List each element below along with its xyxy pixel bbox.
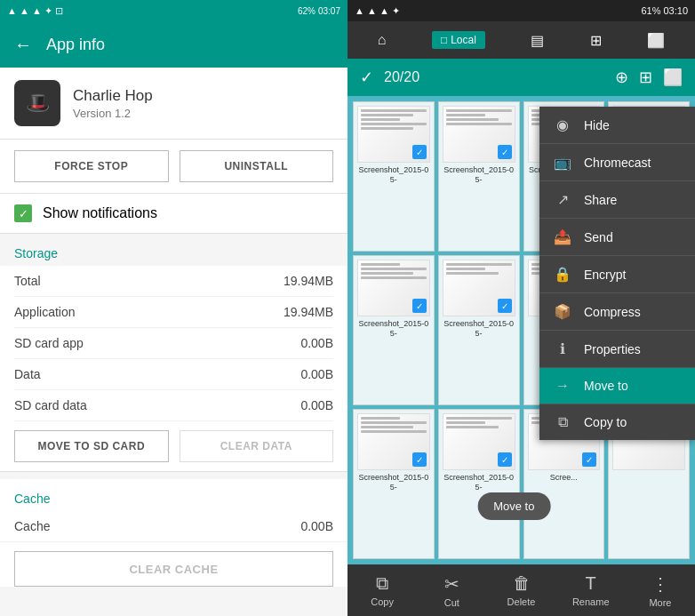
encrypt-icon: 🔒 xyxy=(554,266,571,283)
file-item[interactable]: ✓ Screenshot_2015-05- xyxy=(353,409,435,559)
file-thumbnail: ✓ xyxy=(443,413,515,470)
local-tab[interactable]: □ Local xyxy=(432,31,485,49)
storage-value-sdcard-data: 0.00B xyxy=(300,398,333,412)
app-version: Version 1.2 xyxy=(73,107,153,120)
home-icon[interactable]: ⌂ xyxy=(378,32,387,48)
copy-to-label: Copy to xyxy=(584,415,627,429)
force-stop-button[interactable]: FORCE STOP xyxy=(14,150,169,182)
selected-badge: ✓ xyxy=(498,145,512,159)
storage-label-sdcard-data: SD card data xyxy=(14,398,87,412)
move-to-icon: → xyxy=(554,378,571,394)
globe-icon[interactable]: ⊕ xyxy=(615,68,628,87)
storage-row-sdcard-app: SD card app 0.00B xyxy=(14,328,333,359)
select-box-icon[interactable]: ⬜ xyxy=(663,68,683,87)
storage-label-application: Application xyxy=(14,305,76,319)
context-menu-hide[interactable]: ◉ Hide xyxy=(539,107,695,144)
selected-badge: ✓ xyxy=(412,452,427,467)
status-right-left: 62% 03:07 xyxy=(298,6,340,16)
notifications-label: Show notifications xyxy=(43,205,157,221)
bottom-toolbar: ⧉ Copy ✂ Cut 🗑 Delete T Rename ⋮ More xyxy=(348,564,695,616)
uninstall-button[interactable]: UNINSTALL xyxy=(180,150,334,182)
context-menu-encrypt[interactable]: 🔒 Encrypt xyxy=(539,256,695,293)
file-item[interactable]: ✓ Screenshot_2015-05- xyxy=(438,255,520,405)
context-menu-compress[interactable]: 📦 Compress xyxy=(539,293,695,331)
cache-label: Cache xyxy=(14,519,50,533)
right-panel: ▲ ▲ ▲ ✦ 61% 03:10 ⌂ □ Local ▤ ⊞ ⬜ ✓ 20/2… xyxy=(348,0,695,616)
page-title: App info xyxy=(46,36,105,54)
storage-label-sdcard-app: SD card app xyxy=(14,336,84,350)
toolbar-more[interactable]: ⋮ More xyxy=(626,573,695,608)
file-name: Screenshot_2015-05- xyxy=(357,165,430,185)
status-bar-right: ▲ ▲ ▲ ✦ 61% 03:10 xyxy=(348,0,695,21)
properties-icon: ℹ xyxy=(554,340,571,357)
file-name: Screenshot_2015-05- xyxy=(443,319,515,339)
storage-value-sdcard-app: 0.00B xyxy=(300,336,333,350)
context-menu-move-to[interactable]: → Move to xyxy=(539,368,695,404)
compress-icon: 📦 xyxy=(554,303,571,320)
sd-icon[interactable]: ▤ xyxy=(531,32,544,49)
select-all-icon[interactable]: ⬜ xyxy=(647,32,665,49)
file-name: Screenshot_2015-05- xyxy=(443,473,515,492)
status-icons-right-left: ▲ ▲ ▲ ✦ xyxy=(355,5,400,17)
context-menu: ◉ Hide 📺 Chromecast ↗ Share 📤 Send 🔒 Enc… xyxy=(539,107,695,440)
storage-value-total: 19.94MB xyxy=(284,274,333,288)
hide-icon: ◉ xyxy=(554,116,571,133)
app-info-section: 🎩 Charlie Hop Version 1.2 xyxy=(0,68,348,140)
toolbar-copy[interactable]: ⧉ Copy xyxy=(348,573,417,607)
cache-section-header: Cache xyxy=(0,479,348,511)
time-left: 03:07 xyxy=(318,6,340,16)
storage-section-header: Storage xyxy=(0,234,348,266)
cache-value: 0.00B xyxy=(300,519,333,533)
rename-label: Rename xyxy=(572,596,610,607)
copy-label: Copy xyxy=(371,596,394,607)
notifications-checkbox[interactable]: ✓ xyxy=(14,204,32,222)
notifications-row[interactable]: ✓ Show notifications xyxy=(0,194,348,234)
storage-label-data: Data xyxy=(14,367,41,381)
battery-right: 61% xyxy=(641,5,660,16)
more-icon: ⋮ xyxy=(651,573,669,595)
context-menu-copy-to[interactable]: ⧉ Copy to xyxy=(539,404,695,440)
file-thumbnail: ✓ xyxy=(357,413,430,470)
toolbar-delete[interactable]: 🗑 Delete xyxy=(486,573,555,607)
left-panel: ▲ ▲ ▲ ✦ ⊡ 62% 03:07 ← App info 🎩 Charlie… xyxy=(0,0,348,616)
file-item[interactable]: ✓ Screenshot_2015-05- xyxy=(353,101,435,252)
grid-icon[interactable]: ⊞ xyxy=(639,68,652,87)
file-thumbnail: ✓ xyxy=(357,260,430,316)
file-item[interactable]: ✓ Screenshot_2015-05- xyxy=(438,409,520,559)
storage-row-application: Application 19.94MB xyxy=(14,297,333,328)
clear-data-button[interactable]: CLEAR DATA xyxy=(180,430,334,462)
context-menu-chromecast[interactable]: 📺 Chromecast xyxy=(539,144,695,181)
toolbar-cut[interactable]: ✂ Cut xyxy=(417,573,486,608)
move-to-sd-card-button[interactable]: MOVE TO SD CARD xyxy=(14,430,169,462)
more-label: More xyxy=(649,597,671,608)
app-name: Charlie Hop xyxy=(73,87,153,105)
move-to-label: Move to xyxy=(584,379,628,393)
back-button[interactable]: ← xyxy=(14,35,32,55)
chromecast-icon: 📺 xyxy=(554,154,571,171)
context-menu-share[interactable]: ↗ Share xyxy=(539,181,695,219)
context-menu-send[interactable]: 📤 Send xyxy=(539,219,695,256)
file-thumbnail: ✓ xyxy=(443,106,515,163)
header-bar: ← App info xyxy=(0,21,348,68)
app-details: Charlie Hop Version 1.2 xyxy=(73,87,153,120)
toolbar-rename[interactable]: T Rename xyxy=(556,573,626,607)
delete-icon: 🗑 xyxy=(513,573,531,594)
send-label: Send xyxy=(584,230,613,244)
selected-badge: ✓ xyxy=(498,299,512,313)
file-item[interactable]: ✓ Screenshot_2015-05- xyxy=(353,255,435,405)
delete-label: Delete xyxy=(507,596,536,607)
battery-left: 62% xyxy=(298,6,316,16)
selected-badge: ✓ xyxy=(412,145,427,159)
hide-label: Hide xyxy=(584,118,610,132)
grid-view-icon[interactable]: ⊞ xyxy=(590,32,602,49)
action-buttons-row: FORCE STOP UNINSTALL xyxy=(0,140,348,194)
storage-value-data: 0.00B xyxy=(300,367,333,381)
copy-to-icon: ⧉ xyxy=(554,414,571,430)
status-icons-left: ▲ ▲ ▲ ✦ ⊡ xyxy=(7,5,63,17)
file-item[interactable]: ✓ Screenshot_2015-05- xyxy=(438,101,520,252)
file-name: Scree... xyxy=(550,473,578,483)
context-menu-properties[interactable]: ℹ Properties xyxy=(539,331,695,368)
local-tab-label: Local xyxy=(451,34,476,46)
clear-cache-button[interactable]: CLEAR CACHE xyxy=(14,551,333,587)
storage-value-application: 19.94MB xyxy=(284,305,333,319)
